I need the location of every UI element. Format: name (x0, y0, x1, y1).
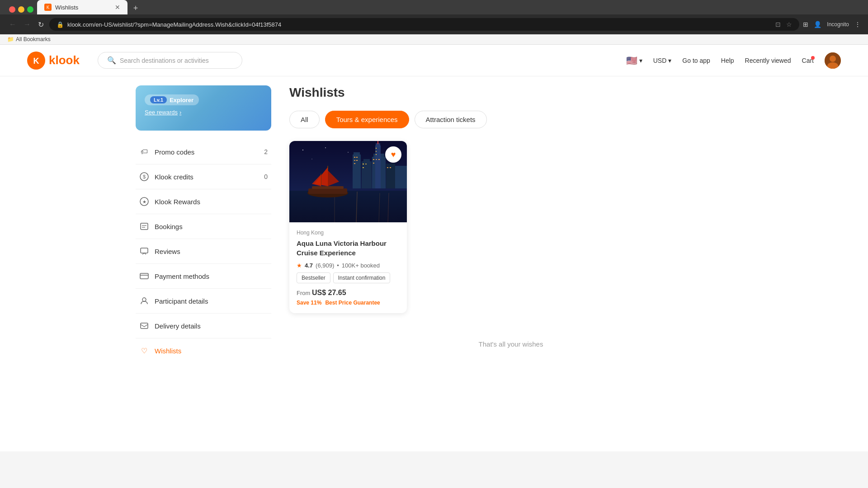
tab-close-btn[interactable]: ✕ (115, 4, 120, 11)
tab-bar: K Wishlists ✕ + (0, 0, 868, 14)
url-icons: ⊡ ☆ (775, 21, 792, 28)
save-badge: Save 11% (297, 300, 321, 306)
sidebar-item-participant-details[interactable]: Participant details (136, 289, 271, 314)
cart-btn[interactable]: Cart (802, 57, 814, 64)
sidebar-item-payment-methods[interactable]: Payment methods (136, 264, 271, 289)
new-tab-btn[interactable]: + (129, 2, 142, 14)
go-to-app-link[interactable]: Go to app (682, 57, 710, 64)
profile-icon[interactable]: 👤 (814, 21, 821, 28)
window-maximize-btn[interactable] (27, 6, 33, 13)
product-title: Aqua Luna Victoria Harbour Cruise Experi… (297, 239, 400, 258)
tab-title: Wishlists (55, 4, 78, 11)
svg-rect-45 (378, 159, 380, 160)
bookings-label: Bookings (155, 223, 183, 230)
search-bar[interactable]: 🔍 Search destinations or activities (98, 52, 242, 69)
logo-icon: K (27, 52, 45, 70)
svg-rect-41 (365, 164, 367, 164)
sidebar-item-klook-credits[interactable]: $ Klook credits 0 (136, 164, 271, 189)
window-minimize-btn[interactable] (18, 6, 24, 13)
svg-rect-43 (373, 159, 374, 160)
back-btn[interactable]: ← (7, 19, 18, 30)
level-label: Explorer (170, 97, 193, 103)
user-avatar[interactable] (825, 52, 841, 69)
app: K klook 🔍 Search destinations or activit… (0, 45, 868, 451)
chevron-down-icon: ▾ (639, 57, 642, 64)
bookings-icon (139, 221, 149, 231)
price-amount: US$ 27.65 (312, 289, 346, 296)
reviews-label: Reviews (155, 248, 180, 255)
svg-rect-35 (354, 157, 355, 158)
svg-rect-44 (376, 159, 377, 160)
logo[interactable]: K klook (27, 52, 80, 70)
promo-codes-icon: 🏷 (139, 147, 149, 157)
delivery-details-label: Delivery details (155, 322, 201, 330)
currency-selector[interactable]: USD ▾ (653, 57, 672, 64)
svg-rect-32 (375, 145, 381, 188)
promo-codes-count: 2 (264, 148, 268, 155)
level-number: Lv.1 (150, 96, 167, 103)
sidebar-item-wishlists[interactable]: ♡ Wishlists (136, 338, 271, 363)
main-content: Wishlists All Tours & experiences Attrac… (289, 85, 732, 363)
end-message: That's all your wishes (289, 331, 732, 357)
from-label: From (297, 290, 312, 296)
menu-icon[interactable]: ⋮ (854, 21, 861, 28)
filter-tab-tours-label: Tours & experiences (336, 116, 398, 123)
currency-label: USD (653, 57, 667, 64)
svg-point-19 (325, 147, 326, 148)
svg-rect-13 (140, 273, 148, 279)
instant-confirmation-tag: Instant confirmation (333, 272, 391, 283)
payment-methods-icon (139, 271, 149, 281)
rating-number: 4.7 (305, 262, 313, 269)
filter-tab-all-label: All (301, 116, 308, 123)
refresh-btn[interactable]: ↻ (36, 19, 46, 31)
heart-icon: ♥ (391, 150, 396, 160)
rewards-card: Lv.1 Explorer See rewards › (136, 85, 271, 131)
svg-rect-49 (376, 154, 377, 155)
see-rewards-label: See rewards (145, 109, 178, 116)
klook-credits-label: Klook credits (155, 173, 193, 181)
window-close-btn[interactable] (9, 6, 15, 13)
product-card[interactable]: ♥ Hong Kong Aqua Luna Victoria Harbour C… (289, 141, 407, 313)
bookmarks-label[interactable]: All Bookmarks (16, 36, 51, 42)
participant-details-icon (139, 296, 149, 306)
svg-text:$: $ (143, 174, 146, 179)
browser-right-controls: ⊞ 👤 Incognito ⋮ (803, 21, 861, 28)
svg-text:K: K (33, 56, 39, 65)
filter-tab-attractions-label: Attraction tickets (426, 116, 476, 123)
filter-tab-tours[interactable]: Tours & experiences (325, 111, 409, 128)
browser-tab[interactable]: K Wishlists ✕ (37, 0, 127, 14)
bookmarks-icon: 📁 (7, 36, 14, 42)
svg-rect-26 (362, 161, 372, 188)
sidebar-item-promo-codes[interactable]: 🏷 Promo codes 2 (136, 140, 271, 164)
svg-rect-42 (363, 167, 364, 168)
help-link[interactable]: Help (721, 57, 734, 64)
svg-rect-34 (377, 141, 378, 144)
bestseller-tag: Bestseller (297, 272, 330, 283)
svg-rect-27 (363, 159, 370, 163)
svg-rect-48 (376, 151, 377, 152)
sidebar-item-reviews[interactable]: Reviews (136, 239, 271, 264)
best-price-guarantee-badge: Best Price Guarantee (325, 300, 380, 306)
svg-rect-58 (308, 188, 347, 194)
product-rating: ★ 4.7 (6,909) • 100K+ booked (297, 262, 400, 269)
language-selector[interactable]: 🇺🇸 ▾ (626, 55, 642, 66)
sidebar-item-klook-rewards[interactable]: ★ Klook Rewards (136, 189, 271, 214)
wishlist-heart-btn[interactable]: ♥ (385, 146, 401, 163)
svg-rect-50 (387, 167, 388, 168)
svg-rect-47 (376, 148, 377, 149)
sidebar-item-delivery-details[interactable]: Delivery details (136, 314, 271, 338)
filter-tab-attractions[interactable]: Attraction tickets (415, 111, 487, 128)
klook-rewards-icon: ★ (139, 197, 149, 206)
site-header: K klook 🔍 Search destinations or activit… (0, 45, 868, 76)
filter-tab-all[interactable]: All (289, 111, 320, 128)
recently-viewed-link[interactable]: Recently viewed (745, 57, 791, 64)
svg-rect-39 (354, 163, 355, 164)
level-badge: Lv.1 Explorer (145, 94, 199, 105)
forward-btn[interactable]: → (22, 19, 33, 30)
bookmark-icon[interactable]: ☆ (786, 21, 792, 28)
see-rewards-link[interactable]: See rewards › (145, 109, 262, 116)
sidebar-item-bookings[interactable]: Bookings (136, 214, 271, 239)
avatar-image (825, 52, 841, 69)
url-bar[interactable]: 🔒 klook.com/en-US/wishlist/?spm=ManageMa… (49, 18, 799, 31)
extensions-icon[interactable]: ⊞ (803, 21, 808, 28)
